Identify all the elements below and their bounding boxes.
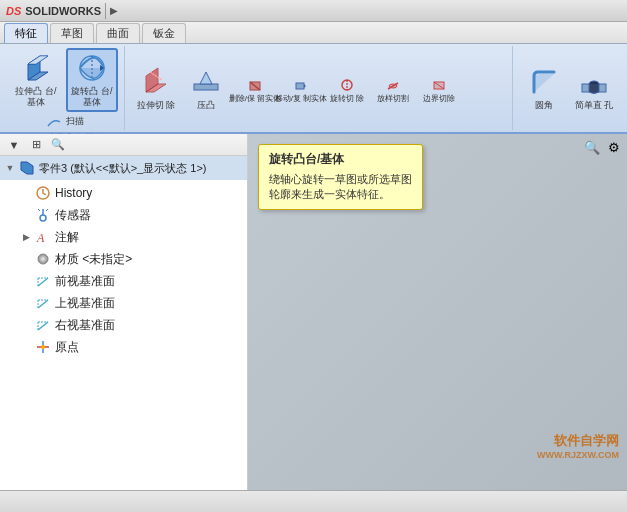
extrude-group-items: 拉伸凸 台/基体 旋转凸 台/基体 [10, 48, 118, 112]
left-panel: ▼ ⊞ 🔍 ▼ 零件3 (默认<<默认>_显示状态 1>) [0, 134, 248, 490]
tree-item-origin[interactable]: 原点 [0, 336, 247, 358]
extrude-cut-label: 拉伸切 除 [137, 100, 176, 111]
cut-sub-items: 删除/保 留实体 移动/复 制实体 旋转切 除 [233, 76, 461, 104]
tree-item-top-plane[interactable]: 上视基准面 [0, 292, 247, 314]
extrude-label: 拉伸凸 台/基体 [13, 86, 59, 108]
fillet-group-items: 圆角 简单直 孔 [521, 48, 617, 128]
sw-logo-text: SOLIDWORKS [25, 5, 101, 17]
top-plane-expand [20, 297, 32, 309]
history-label: History [55, 186, 92, 200]
extrude-icon [20, 52, 52, 84]
app-logo: DS SOLIDWORKS [6, 5, 101, 17]
extrude-boss-button[interactable]: 拉伸凸 台/基体 [10, 49, 62, 111]
watermark-line1: 软件自学网 [537, 433, 619, 450]
revolve-cut-button[interactable]: 旋转切 除 [325, 76, 369, 104]
tree-item-right-plane[interactable]: 右视基准面 [0, 314, 247, 336]
svg-point-42 [41, 345, 45, 349]
sensor-icon [34, 206, 52, 224]
top-plane-label: 上视基准面 [55, 295, 115, 312]
tree-root-item[interactable]: ▼ 零件3 (默认<<默认>_显示状态 1>) [0, 156, 247, 180]
viewport-search-area: 🔍 ⚙ [583, 138, 623, 156]
root-expand-icon: ▼ [4, 162, 16, 174]
feature-tree: History 传感器 ▶ [0, 180, 247, 490]
title-arrow: ▶ [110, 5, 118, 16]
top-plane-icon [34, 294, 52, 312]
tab-features[interactable]: 特征 [4, 23, 48, 43]
svg-marker-15 [304, 84, 306, 88]
svg-line-34 [38, 300, 48, 308]
cut-sub-row1: 删除/保 留实体 移动/复 制实体 旋转切 除 [233, 76, 461, 104]
tree-item-front-plane[interactable]: 前视基准面 [0, 270, 247, 292]
cut-group: 拉伸切 除 压凸 删除/保 留实体 [127, 46, 513, 130]
loft-cut-label: 放样切割 [377, 95, 409, 104]
annotations-label: 注解 [55, 229, 79, 246]
svg-line-37 [38, 322, 48, 330]
tree-item-annotations[interactable]: ▶ A 注解 [0, 226, 247, 248]
loft-cut-button[interactable]: 放样切割 [371, 76, 415, 104]
material-label: 材质 <未指定> [55, 251, 132, 268]
sweep-icon [44, 112, 64, 132]
extrude-group: 拉伸凸 台/基体 旋转凸 台/基体 [4, 46, 125, 130]
status-bar [0, 490, 627, 512]
sweep-button[interactable]: 扫描 [10, 114, 118, 130]
part-icon [18, 159, 36, 177]
extrude-cut-icon [140, 66, 172, 98]
tooltip-description: 绕轴心旋转一草图或所选草图轮廓来生成一实体特征。 [269, 172, 412, 203]
boundary-cut-button[interactable]: 边界切除 [417, 76, 461, 104]
origin-icon [34, 338, 52, 356]
revolve-icon [76, 52, 108, 84]
search-button[interactable]: 🔍 [48, 136, 68, 154]
svg-line-28 [46, 209, 48, 211]
origin-label: 原点 [55, 339, 79, 356]
svg-point-30 [38, 254, 48, 264]
svg-marker-3 [28, 56, 48, 64]
main-area: ▼ ⊞ 🔍 ▼ 零件3 (默认<<默认>_显示状态 1>) [0, 134, 627, 490]
tab-sheetmetal[interactable]: 钣金 [142, 23, 186, 43]
revolve-boss-button[interactable]: 旋转凸 台/基体 [66, 48, 118, 112]
filter-button[interactable]: ▼ [4, 136, 24, 154]
sweep-label: 扫描 [66, 115, 84, 128]
hole-icon [578, 66, 610, 98]
options-icon[interactable]: ⚙ [605, 138, 623, 156]
cut-group-items: 拉伸切 除 压凸 删除/保 留实体 [133, 48, 506, 128]
svg-marker-23 [21, 162, 33, 174]
sensors-label: 传感器 [55, 207, 91, 224]
tree-item-sensors[interactable]: 传感器 [0, 204, 247, 226]
tree-item-history[interactable]: History [0, 182, 247, 204]
search-icon[interactable]: 🔍 [583, 138, 601, 156]
fillet-button[interactable]: 圆角 [521, 58, 567, 118]
svg-rect-14 [296, 83, 304, 89]
svg-line-27 [38, 209, 40, 211]
fillet-label: 圆角 [535, 100, 553, 111]
delete-body-button[interactable]: 删除/保 留实体 [233, 76, 277, 104]
move-body-icon [293, 77, 309, 95]
tab-surface[interactable]: 曲面 [96, 23, 140, 43]
delete-body-label: 删除/保 留实体 [229, 95, 281, 104]
tree-item-material[interactable]: 材质 <未指定> [0, 248, 247, 270]
front-plane-icon [34, 272, 52, 290]
svg-text:A: A [36, 231, 45, 245]
history-expand [20, 187, 32, 199]
logo-divider [105, 3, 106, 19]
front-plane-label: 前视基准面 [55, 273, 115, 290]
svg-marker-11 [200, 72, 212, 84]
move-body-button[interactable]: 移动/复 制实体 [279, 76, 323, 104]
right-plane-expand [20, 319, 32, 331]
simple-hole-button[interactable]: 简单直 孔 [571, 58, 617, 118]
svg-point-18 [389, 84, 397, 88]
press-button[interactable]: 压凸 [183, 58, 229, 118]
expand-button[interactable]: ⊞ [26, 136, 46, 154]
tab-sketch[interactable]: 草图 [50, 23, 94, 43]
boundary-cut-icon [431, 77, 447, 95]
loft-cut-icon [385, 77, 401, 95]
watermark-line2: WWW.RJZXW.COM [537, 450, 619, 462]
root-label: 零件3 (默认<<默认>_显示状态 1>) [39, 161, 207, 176]
viewport-area: 旋转凸台/基体 绕轴心旋转一草图或所选草图轮廓来生成一实体特征。 🔍 ⚙ 软件自… [248, 134, 627, 490]
watermark: 软件自学网 WWW.RJZXW.COM [537, 433, 619, 462]
delete-body-icon [247, 77, 263, 95]
extrude-cut-button[interactable]: 拉伸切 除 [133, 58, 179, 118]
ds-logo-text: DS [6, 5, 21, 17]
svg-rect-10 [194, 84, 218, 90]
simple-hole-label: 简单直 孔 [575, 100, 614, 111]
tooltip-popup: 旋转凸台/基体 绕轴心旋转一草图或所选草图轮廓来生成一实体特征。 [258, 144, 423, 210]
